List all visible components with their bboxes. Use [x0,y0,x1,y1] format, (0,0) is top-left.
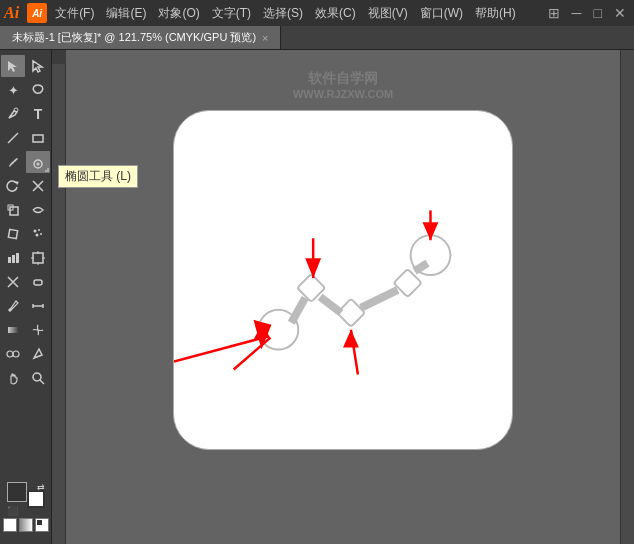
magic-wand-tool[interactable]: ✦ [1,79,25,101]
maximize-button[interactable]: □ [590,5,606,21]
watermark-line1: 软件自学网 [293,70,393,88]
svg-rect-15 [8,257,11,263]
rotate-tool[interactable] [1,175,25,197]
svg-rect-4 [33,135,43,142]
eraser-tool[interactable] [26,271,50,293]
slice-tool[interactable] [1,271,25,293]
pattern-swatch[interactable] [35,518,49,532]
title-bar: Ai Ai 文件(F) 编辑(E) 对象(O) 文字(T) 选择(S) 效果(C… [0,0,634,26]
menu-file[interactable]: 文件(F) [55,5,94,22]
stroke-color-box[interactable] [27,490,45,508]
menu-select[interactable]: 选择(S) [263,5,303,22]
svg-point-30 [13,351,19,357]
svg-marker-51 [343,330,359,348]
tool-row-12 [1,319,50,341]
artboard [173,110,513,450]
tool-row-5 [1,151,50,173]
type-tool[interactable]: T [26,103,50,125]
vertical-ruler [52,50,66,544]
menu-bar: 文件(F) 编辑(E) 对象(O) 文字(T) 选择(S) 效果(C) 视图(V… [55,5,543,22]
app-icon: Ai [27,3,47,23]
hand-tool[interactable] [1,367,25,389]
pencil-tool[interactable] [26,151,50,173]
svg-point-29 [7,351,13,357]
pen-tool[interactable] [1,103,25,125]
svg-line-43 [174,338,263,362]
svg-point-13 [36,234,39,237]
selection-tool[interactable] [1,55,25,77]
menu-help[interactable]: 帮助(H) [475,5,516,22]
artboard-content [174,111,512,449]
no-color-swatch[interactable] [3,518,17,532]
rectangle-tool[interactable] [26,127,50,149]
fill-stroke-indicator[interactable]: ⇄ ⬛ [7,482,45,516]
toolbar: ✦ T [0,50,52,544]
gradient-tool[interactable] [1,319,25,341]
gradient-swatch[interactable] [19,518,33,532]
svg-line-40 [361,290,398,308]
default-colors-icon[interactable]: ⬛ [7,506,18,516]
paintbrush-tool[interactable] [1,151,25,173]
fill-color-box[interactable] [7,482,27,502]
svg-point-24 [9,309,12,312]
minimize-button[interactable]: ─ [568,5,586,21]
tool-row-6 [1,175,50,197]
menu-type[interactable]: 文字(T) [212,5,251,22]
svg-point-12 [38,229,40,231]
svg-point-14 [40,233,42,235]
close-button[interactable]: ✕ [610,5,630,21]
symbol-sprayer-tool[interactable] [26,223,50,245]
tool-row-11 [1,295,50,317]
tab-label: 未标题-1 [已恢复]* @ 121.75% (CMYK/GPU 预览) [12,30,256,45]
menu-window[interactable]: 窗口(W) [420,5,463,22]
color-section: ⇄ ⬛ [3,482,49,540]
svg-rect-10 [8,229,17,238]
color-mode-swatches [3,518,49,532]
svg-rect-8 [10,207,18,215]
direct-selection-tool[interactable] [26,55,50,77]
svg-marker-0 [8,61,17,72]
eyedropper-tool[interactable] [1,295,25,317]
tool-row-2: ✦ [1,79,50,101]
line-tool[interactable] [1,127,25,149]
menu-effect[interactable]: 效果(C) [315,5,356,22]
svg-line-39 [320,297,341,313]
tooltip-text: 椭圆工具 (L) [65,169,131,183]
menu-view[interactable]: 视图(V) [368,5,408,22]
svg-point-31 [33,373,41,381]
blend-tool[interactable] [1,343,25,365]
tab-close-button[interactable]: × [262,32,268,44]
column-graph-tool[interactable] [1,247,25,269]
svg-rect-28 [8,327,18,333]
watermark: 软件自学网 WWW.RJZXW.COM [293,70,393,100]
scale-tool[interactable] [1,199,25,221]
mesh-tool[interactable] [26,319,50,341]
warp-tool[interactable] [26,199,50,221]
svg-marker-1 [33,61,42,72]
artboard-tool[interactable] [26,247,50,269]
measure-tool[interactable] [26,295,50,317]
main-layout: ✦ T [0,50,634,544]
right-panel [620,50,634,544]
tool-row-4 [1,127,50,149]
reflect-tool[interactable] [26,175,50,197]
zoom-tool[interactable] [26,367,50,389]
svg-marker-47 [305,258,321,278]
svg-rect-16 [12,255,15,263]
ai-logo: Ai [4,4,19,22]
tooltip: 椭圆工具 (L) [58,165,138,188]
free-transform-tool[interactable] [1,223,25,245]
menu-object[interactable]: 对象(O) [158,5,199,22]
ruler-corner [52,50,66,64]
app-controls: ⊞ ─ □ ✕ [544,5,630,21]
watermark-line2: WWW.RJZXW.COM [293,88,393,100]
tool-row-14 [1,367,50,389]
active-tab[interactable]: 未标题-1 [已恢复]* @ 121.75% (CMYK/GPU 预览) × [0,26,281,49]
tool-row-13 [1,343,50,365]
svg-line-38 [291,298,305,323]
grid-icon[interactable]: ⊞ [544,5,564,21]
lasso-tool[interactable] [26,79,50,101]
live-paint-tool[interactable] [26,343,50,365]
svg-rect-18 [33,253,43,263]
menu-edit[interactable]: 编辑(E) [106,5,146,22]
